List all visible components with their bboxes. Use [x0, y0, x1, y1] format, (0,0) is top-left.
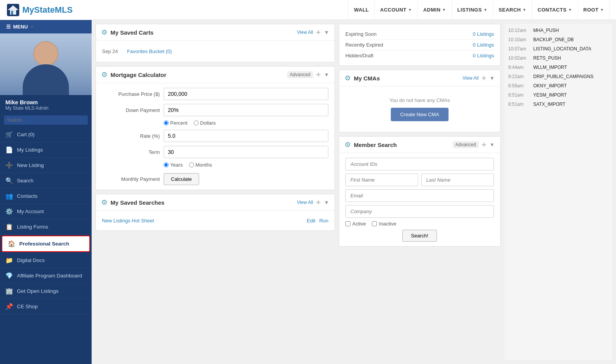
member-search-badge[interactable]: Advanced — [453, 141, 479, 148]
hidden-draft-row: Hidden/Draft 0 Listings — [345, 50, 494, 61]
collapse-icon[interactable]: ▼ — [324, 29, 329, 35]
cart-link[interactable]: Favorites Bucket (0) — [127, 48, 172, 54]
down-payment-input[interactable] — [164, 104, 328, 116]
term-input[interactable] — [164, 146, 328, 158]
member-search-body: Active Inactive Search! — [339, 153, 500, 246]
saved-carts-view-all[interactable]: View All — [297, 30, 313, 35]
inactive-checkbox[interactable] — [372, 221, 377, 226]
chevron-down-icon: ▼ — [442, 8, 446, 12]
purchase-price-row: Purchase Price ($) — [102, 88, 328, 100]
hidden-draft-label: Hidden/Draft — [345, 53, 373, 58]
sidebar-item-get-open-listings[interactable]: 🏢 Get Open Listings — [0, 284, 92, 299]
last-name-input[interactable] — [421, 174, 494, 186]
nav-admin[interactable]: ADMIN ▼ — [418, 0, 452, 20]
user-avatar — [0, 33, 92, 95]
activity-label: LISTING_LOCATION_DATA — [533, 46, 591, 52]
search-name[interactable]: New Listings Hot Sheet — [102, 218, 303, 224]
collapse-icon[interactable]: ▼ — [324, 72, 329, 78]
purchase-price-input[interactable] — [164, 88, 328, 100]
active-checkbox-label[interactable]: Active — [345, 221, 366, 227]
gear-icon: ⚙ — [101, 70, 107, 79]
cmas-header: ⚙ My CMAs View All ✛ ▼ — [339, 70, 500, 87]
sidebar-item-digital-docs[interactable]: 📁 Digital Docs — [0, 253, 92, 268]
mortgage-badge[interactable]: Advanced — [287, 71, 313, 78]
collapse-icon[interactable]: ▼ — [489, 75, 495, 81]
drag-icon[interactable]: ✛ — [316, 72, 321, 78]
member-search-button[interactable]: Search! — [402, 230, 437, 242]
sidebar-item-affiliate-program[interactable]: 💎 Affiliate Program Dashboard — [0, 268, 92, 284]
dollars-radio[interactable]: Dollars — [194, 120, 216, 126]
expiring-soon-count[interactable]: 0 Listings — [473, 31, 494, 37]
drag-icon[interactable]: ✛ — [482, 142, 486, 148]
first-name-input[interactable] — [345, 174, 418, 186]
sidebar-item-professional-search[interactable]: 🏠 Professional Search — [2, 235, 90, 252]
account-ids-input[interactable] — [345, 158, 494, 170]
inactive-checkbox-label[interactable]: Inactive — [372, 221, 396, 227]
email-input[interactable] — [345, 189, 494, 202]
menu-button[interactable]: ☰ MENU ▼ — [0, 20, 92, 33]
activity-time: 8:51am — [508, 92, 529, 98]
saved-searches-title: My Saved Searches — [110, 199, 294, 206]
mortgage-calculator-widget: ⚙ Mortgage Calculator Advanced ✛ ▼ Purch… — [95, 66, 335, 190]
drag-icon[interactable]: ✛ — [316, 199, 321, 205]
rate-input[interactable] — [164, 130, 328, 142]
sidebar-item-contacts[interactable]: 👥 Contacts — [0, 189, 92, 204]
sidebar-item-ce-shop[interactable]: 📌 CE Shop — [0, 299, 92, 314]
account-icon: ⚙️ — [5, 208, 13, 215]
list-item: 8:56amOKNY_IMPORT — [504, 82, 612, 90]
nav-contacts[interactable]: CONTACTS ▼ — [532, 0, 578, 20]
drag-icon[interactable]: ✛ — [316, 29, 321, 35]
chevron-down-icon: ▼ — [484, 8, 487, 12]
mortgage-body: Purchase Price ($) Down Payment — [96, 83, 335, 190]
logo[interactable]: MyStateMLS — [6, 3, 73, 17]
drag-icon[interactable]: ✛ — [482, 75, 486, 81]
sidebar-item-listing-forms[interactable]: 📋 Listing Forms — [0, 219, 92, 235]
term-type-row: Years Months — [102, 162, 328, 168]
chevron-down-icon: ▼ — [568, 8, 572, 12]
run-search-link[interactable]: Run — [319, 218, 328, 224]
collapse-icon[interactable]: ▼ — [324, 199, 329, 205]
company-input[interactable] — [345, 205, 494, 218]
months-radio[interactable]: Months — [189, 162, 212, 168]
list-item: 10:07amLISTING_LOCATION_DATA — [504, 45, 612, 53]
term-type-group: Years Months — [164, 162, 212, 168]
sidebar-item-search[interactable]: 🔍 Search — [0, 173, 92, 189]
chevron-down-icon: ▼ — [30, 25, 34, 29]
activity-time: 10:07am — [508, 46, 529, 52]
saved-carts-title: My Saved Carts — [110, 29, 294, 36]
sidebar-item-new-listing[interactable]: ➕ New Listing — [0, 158, 92, 173]
cmas-view-all[interactable]: View All — [462, 75, 479, 81]
saved-searches-view-all[interactable]: View All — [297, 200, 313, 205]
member-search-widget: ⚙ Member Search Advanced ✛ ▼ — [339, 136, 500, 247]
edit-search-link[interactable]: Edit — [307, 218, 315, 224]
nav-account[interactable]: ACCOUNT ▼ — [375, 0, 418, 20]
list-item: 10:12amMHA_PUSH — [504, 26, 612, 35]
sidebar: ☰ MENU ▼ Mike Brown My State MLS Admin 🛒… — [0, 20, 92, 364]
open-listings-icon: 🏢 — [5, 287, 13, 295]
payment-type-group: Percent Dollars — [164, 120, 216, 126]
percent-radio[interactable]: Percent — [164, 120, 187, 126]
sidebar-search-input[interactable] — [4, 115, 88, 125]
sidebar-item-cart[interactable]: 🛒 Cart (0) — [0, 127, 92, 142]
payment-type-row: Percent Dollars — [102, 120, 328, 126]
sidebar-item-my-account[interactable]: ⚙️ My Account — [0, 204, 92, 219]
activity-label: BACKUP_ONE_DB — [533, 37, 574, 42]
create-cma-button[interactable]: Create New CMA — [391, 108, 448, 121]
mortgage-title: Mortgage Calculator — [110, 72, 284, 78]
nav-search[interactable]: SEARCH ▼ — [493, 0, 532, 20]
hidden-draft-count[interactable]: 0 Listings — [473, 53, 494, 58]
list-item: 10:10amBACKUP_ONE_DB — [504, 35, 612, 44]
member-search-form: Active Inactive Search! — [345, 158, 494, 242]
nav-root[interactable]: ROOT ▼ — [578, 0, 610, 20]
years-radio[interactable]: Years — [164, 162, 183, 168]
calculate-button[interactable]: Calculate — [164, 173, 199, 185]
recently-expired-count[interactable]: 0 Listings — [473, 42, 494, 48]
nav-listings[interactable]: LISTINGS ▼ — [452, 0, 493, 20]
active-checkbox[interactable] — [345, 221, 350, 226]
nav-wall[interactable]: WALL — [348, 0, 375, 20]
collapse-icon[interactable]: ▼ — [489, 142, 495, 148]
sidebar-item-my-listings[interactable]: 📄 My Listings — [0, 142, 92, 158]
svg-rect-2 — [11, 11, 13, 15]
saved-searches-header: ⚙ My Saved Searches View All ✛ ▼ — [96, 194, 335, 211]
activity-label: YESM_IMPORT — [533, 92, 567, 98]
